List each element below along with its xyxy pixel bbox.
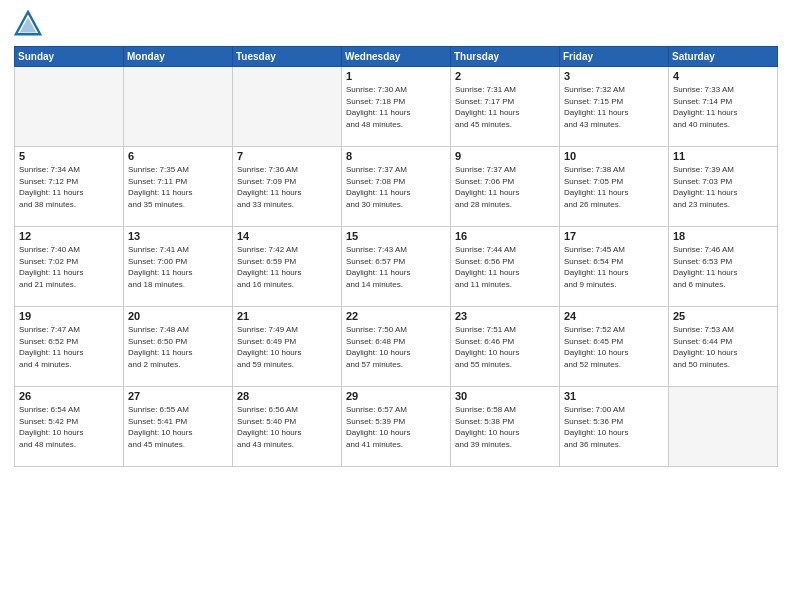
week-row-5: 26Sunrise: 6:54 AM Sunset: 5:42 PM Dayli… bbox=[15, 387, 778, 467]
day-number: 13 bbox=[128, 230, 228, 242]
day-info: Sunrise: 7:31 AM Sunset: 7:17 PM Dayligh… bbox=[455, 84, 555, 130]
day-info: Sunrise: 7:36 AM Sunset: 7:09 PM Dayligh… bbox=[237, 164, 337, 210]
header-cell-thursday: Thursday bbox=[451, 47, 560, 67]
header-cell-friday: Friday bbox=[560, 47, 669, 67]
day-cell: 6Sunrise: 7:35 AM Sunset: 7:11 PM Daylig… bbox=[124, 147, 233, 227]
day-info: Sunrise: 7:39 AM Sunset: 7:03 PM Dayligh… bbox=[673, 164, 773, 210]
day-cell bbox=[124, 67, 233, 147]
day-info: Sunrise: 7:38 AM Sunset: 7:05 PM Dayligh… bbox=[564, 164, 664, 210]
day-number: 3 bbox=[564, 70, 664, 82]
day-info: Sunrise: 7:44 AM Sunset: 6:56 PM Dayligh… bbox=[455, 244, 555, 290]
day-info: Sunrise: 6:55 AM Sunset: 5:41 PM Dayligh… bbox=[128, 404, 228, 450]
day-info: Sunrise: 7:48 AM Sunset: 6:50 PM Dayligh… bbox=[128, 324, 228, 370]
header-cell-wednesday: Wednesday bbox=[342, 47, 451, 67]
day-info: Sunrise: 7:37 AM Sunset: 7:08 PM Dayligh… bbox=[346, 164, 446, 210]
day-number: 7 bbox=[237, 150, 337, 162]
day-number: 5 bbox=[19, 150, 119, 162]
logo-icon bbox=[14, 10, 42, 38]
header-cell-monday: Monday bbox=[124, 47, 233, 67]
week-row-4: 19Sunrise: 7:47 AM Sunset: 6:52 PM Dayli… bbox=[15, 307, 778, 387]
day-cell: 28Sunrise: 6:56 AM Sunset: 5:40 PM Dayli… bbox=[233, 387, 342, 467]
day-number: 17 bbox=[564, 230, 664, 242]
day-number: 21 bbox=[237, 310, 337, 322]
week-row-2: 5Sunrise: 7:34 AM Sunset: 7:12 PM Daylig… bbox=[15, 147, 778, 227]
day-info: Sunrise: 7:34 AM Sunset: 7:12 PM Dayligh… bbox=[19, 164, 119, 210]
logo bbox=[14, 10, 46, 38]
week-row-3: 12Sunrise: 7:40 AM Sunset: 7:02 PM Dayli… bbox=[15, 227, 778, 307]
day-number: 2 bbox=[455, 70, 555, 82]
day-number: 29 bbox=[346, 390, 446, 402]
day-cell: 29Sunrise: 6:57 AM Sunset: 5:39 PM Dayli… bbox=[342, 387, 451, 467]
header-row: SundayMondayTuesdayWednesdayThursdayFrid… bbox=[15, 47, 778, 67]
day-number: 25 bbox=[673, 310, 773, 322]
day-number: 11 bbox=[673, 150, 773, 162]
day-number: 6 bbox=[128, 150, 228, 162]
day-number: 16 bbox=[455, 230, 555, 242]
day-number: 20 bbox=[128, 310, 228, 322]
day-cell: 30Sunrise: 6:58 AM Sunset: 5:38 PM Dayli… bbox=[451, 387, 560, 467]
day-number: 18 bbox=[673, 230, 773, 242]
day-number: 30 bbox=[455, 390, 555, 402]
header-cell-saturday: Saturday bbox=[669, 47, 778, 67]
header-cell-tuesday: Tuesday bbox=[233, 47, 342, 67]
day-info: Sunrise: 7:41 AM Sunset: 7:00 PM Dayligh… bbox=[128, 244, 228, 290]
day-cell: 3Sunrise: 7:32 AM Sunset: 7:15 PM Daylig… bbox=[560, 67, 669, 147]
day-number: 15 bbox=[346, 230, 446, 242]
day-number: 28 bbox=[237, 390, 337, 402]
day-info: Sunrise: 7:42 AM Sunset: 6:59 PM Dayligh… bbox=[237, 244, 337, 290]
day-info: Sunrise: 7:32 AM Sunset: 7:15 PM Dayligh… bbox=[564, 84, 664, 130]
day-cell: 4Sunrise: 7:33 AM Sunset: 7:14 PM Daylig… bbox=[669, 67, 778, 147]
day-info: Sunrise: 6:54 AM Sunset: 5:42 PM Dayligh… bbox=[19, 404, 119, 450]
day-cell: 11Sunrise: 7:39 AM Sunset: 7:03 PM Dayli… bbox=[669, 147, 778, 227]
day-info: Sunrise: 7:49 AM Sunset: 6:49 PM Dayligh… bbox=[237, 324, 337, 370]
day-cell: 24Sunrise: 7:52 AM Sunset: 6:45 PM Dayli… bbox=[560, 307, 669, 387]
day-cell bbox=[233, 67, 342, 147]
header-cell-sunday: Sunday bbox=[15, 47, 124, 67]
day-info: Sunrise: 7:47 AM Sunset: 6:52 PM Dayligh… bbox=[19, 324, 119, 370]
day-cell bbox=[15, 67, 124, 147]
day-cell: 10Sunrise: 7:38 AM Sunset: 7:05 PM Dayli… bbox=[560, 147, 669, 227]
day-cell: 2Sunrise: 7:31 AM Sunset: 7:17 PM Daylig… bbox=[451, 67, 560, 147]
day-info: Sunrise: 6:58 AM Sunset: 5:38 PM Dayligh… bbox=[455, 404, 555, 450]
day-cell: 13Sunrise: 7:41 AM Sunset: 7:00 PM Dayli… bbox=[124, 227, 233, 307]
day-cell: 1Sunrise: 7:30 AM Sunset: 7:18 PM Daylig… bbox=[342, 67, 451, 147]
day-number: 14 bbox=[237, 230, 337, 242]
header bbox=[14, 10, 778, 38]
day-info: Sunrise: 7:52 AM Sunset: 6:45 PM Dayligh… bbox=[564, 324, 664, 370]
day-number: 1 bbox=[346, 70, 446, 82]
day-info: Sunrise: 7:33 AM Sunset: 7:14 PM Dayligh… bbox=[673, 84, 773, 130]
day-info: Sunrise: 7:40 AM Sunset: 7:02 PM Dayligh… bbox=[19, 244, 119, 290]
day-info: Sunrise: 6:57 AM Sunset: 5:39 PM Dayligh… bbox=[346, 404, 446, 450]
day-number: 4 bbox=[673, 70, 773, 82]
day-number: 26 bbox=[19, 390, 119, 402]
day-cell: 15Sunrise: 7:43 AM Sunset: 6:57 PM Dayli… bbox=[342, 227, 451, 307]
day-info: Sunrise: 7:50 AM Sunset: 6:48 PM Dayligh… bbox=[346, 324, 446, 370]
day-info: Sunrise: 6:56 AM Sunset: 5:40 PM Dayligh… bbox=[237, 404, 337, 450]
day-cell bbox=[669, 387, 778, 467]
day-info: Sunrise: 7:35 AM Sunset: 7:11 PM Dayligh… bbox=[128, 164, 228, 210]
day-info: Sunrise: 7:43 AM Sunset: 6:57 PM Dayligh… bbox=[346, 244, 446, 290]
day-number: 22 bbox=[346, 310, 446, 322]
day-cell: 8Sunrise: 7:37 AM Sunset: 7:08 PM Daylig… bbox=[342, 147, 451, 227]
day-info: Sunrise: 7:53 AM Sunset: 6:44 PM Dayligh… bbox=[673, 324, 773, 370]
day-cell: 19Sunrise: 7:47 AM Sunset: 6:52 PM Dayli… bbox=[15, 307, 124, 387]
day-info: Sunrise: 7:37 AM Sunset: 7:06 PM Dayligh… bbox=[455, 164, 555, 210]
day-cell: 18Sunrise: 7:46 AM Sunset: 6:53 PM Dayli… bbox=[669, 227, 778, 307]
day-cell: 26Sunrise: 6:54 AM Sunset: 5:42 PM Dayli… bbox=[15, 387, 124, 467]
day-number: 12 bbox=[19, 230, 119, 242]
day-cell: 27Sunrise: 6:55 AM Sunset: 5:41 PM Dayli… bbox=[124, 387, 233, 467]
day-number: 9 bbox=[455, 150, 555, 162]
day-number: 24 bbox=[564, 310, 664, 322]
day-cell: 14Sunrise: 7:42 AM Sunset: 6:59 PM Dayli… bbox=[233, 227, 342, 307]
day-cell: 5Sunrise: 7:34 AM Sunset: 7:12 PM Daylig… bbox=[15, 147, 124, 227]
calendar: SundayMondayTuesdayWednesdayThursdayFrid… bbox=[14, 46, 778, 467]
day-number: 27 bbox=[128, 390, 228, 402]
day-info: Sunrise: 7:46 AM Sunset: 6:53 PM Dayligh… bbox=[673, 244, 773, 290]
day-cell: 17Sunrise: 7:45 AM Sunset: 6:54 PM Dayli… bbox=[560, 227, 669, 307]
day-number: 23 bbox=[455, 310, 555, 322]
day-info: Sunrise: 7:51 AM Sunset: 6:46 PM Dayligh… bbox=[455, 324, 555, 370]
day-number: 8 bbox=[346, 150, 446, 162]
day-cell: 20Sunrise: 7:48 AM Sunset: 6:50 PM Dayli… bbox=[124, 307, 233, 387]
day-cell: 23Sunrise: 7:51 AM Sunset: 6:46 PM Dayli… bbox=[451, 307, 560, 387]
day-cell: 31Sunrise: 7:00 AM Sunset: 5:36 PM Dayli… bbox=[560, 387, 669, 467]
